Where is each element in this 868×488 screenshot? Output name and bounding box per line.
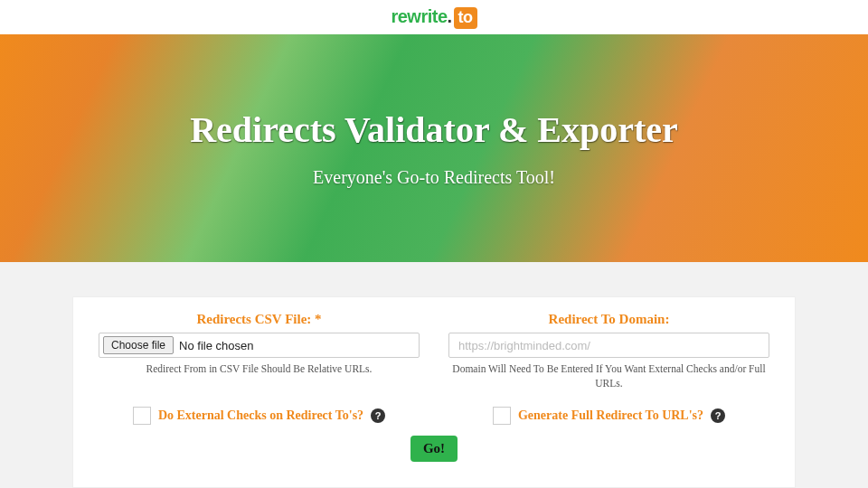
domain-input[interactable] <box>453 337 765 354</box>
csv-sublabel: Redirect From in CSV File Should Be Rela… <box>99 362 420 377</box>
logo-text-rewrite: rewrite <box>391 6 447 26</box>
csv-column: Redirects CSV File: * Choose file No fil… <box>99 312 420 390</box>
inputs-row: Redirects CSV File: * Choose file No fil… <box>99 312 769 390</box>
hero-banner: Redirects Validator & Exporter Everyone'… <box>0 34 868 262</box>
checkbox-row: Do External Checks on Redirect To's? ? G… <box>99 407 769 425</box>
domain-label: Redirect To Domain: <box>448 312 769 327</box>
logo[interactable]: rewrite.to <box>391 6 476 29</box>
csv-label: Redirects CSV File: * <box>99 312 420 327</box>
domain-input-wrap <box>448 333 769 358</box>
choose-file-button[interactable]: Choose file <box>103 336 174 354</box>
submit-row: Go! <box>99 436 769 462</box>
logo-text-to: to <box>454 7 477 29</box>
domain-column: Redirect To Domain: Domain Will Need To … <box>448 312 769 390</box>
go-button[interactable]: Go! <box>410 436 458 462</box>
logo-dot: . <box>448 6 452 26</box>
csv-file-input[interactable]: Choose file No file chosen <box>99 333 420 358</box>
external-checks-checkbox[interactable] <box>133 407 151 425</box>
form-card: Redirects CSV File: * Choose file No fil… <box>72 296 796 488</box>
fullurl-option: Generate Full Redirect To URL's? ? <box>448 407 769 425</box>
external-checks-option: Do External Checks on Redirect To's? ? <box>99 407 420 425</box>
help-icon[interactable]: ? <box>371 408 385 423</box>
page-tagline: Everyone's Go-to Redirects Tool! <box>313 167 555 188</box>
external-checks-label: Do External Checks on Redirect To's? <box>158 408 363 423</box>
file-chosen-state: No file chosen <box>179 339 253 352</box>
fullurl-label: Generate Full Redirect To URL's? <box>518 408 703 423</box>
domain-sublabel: Domain Will Need To Be Entered If You Wa… <box>448 362 769 390</box>
form-section: Redirects CSV File: * Choose file No fil… <box>0 262 868 488</box>
topbar: rewrite.to <box>0 0 868 34</box>
help-icon[interactable]: ? <box>711 408 725 423</box>
fullurl-checkbox[interactable] <box>493 407 511 425</box>
page-title: Redirects Validator & Exporter <box>190 108 678 151</box>
